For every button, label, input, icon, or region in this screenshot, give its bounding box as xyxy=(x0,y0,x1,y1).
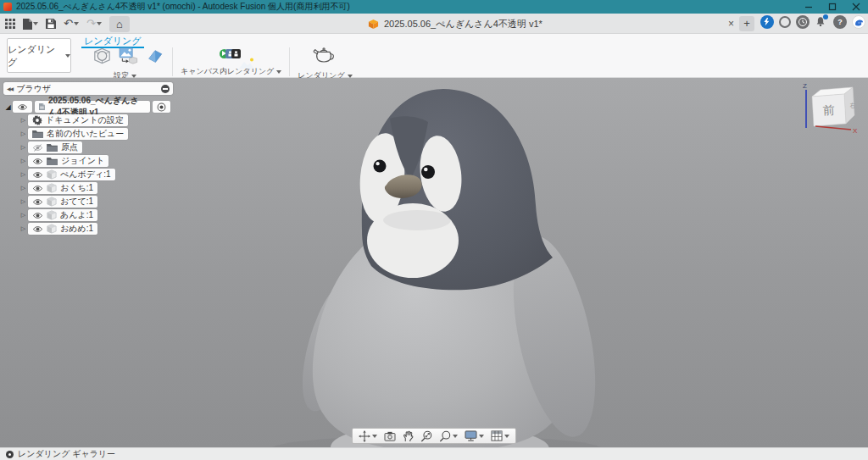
zoom-tool[interactable] xyxy=(420,430,432,442)
tree-row[interactable]: ▷ おてて:1 xyxy=(19,195,173,208)
tree-row[interactable]: ▷ 原点 xyxy=(19,141,173,154)
job-status-button[interactable] xyxy=(796,15,810,29)
tree-row[interactable]: ▷ あんよ:1 xyxy=(19,208,173,222)
grid-icon xyxy=(5,19,15,29)
question-icon: ? xyxy=(837,18,843,26)
minimize-icon xyxy=(804,3,813,11)
tree-row[interactable]: ▷ ドキュメントの設定 xyxy=(19,114,173,127)
tree-item-body[interactable]: おくち:1 xyxy=(28,182,97,194)
rendering-gallery-icon xyxy=(6,451,14,458)
browser-title: ブラウザ xyxy=(16,83,51,95)
eye-off-icon xyxy=(32,144,43,152)
tree-item-document-settings[interactable]: ドキュメントの設定 xyxy=(28,114,128,126)
save-button[interactable] xyxy=(46,19,56,29)
decal-button[interactable] xyxy=(119,47,140,69)
undo-icon: ↶ xyxy=(64,18,73,30)
look-at-tool[interactable] xyxy=(384,431,396,441)
tree-row[interactable]: ▷ ジョイント xyxy=(19,154,173,168)
expand-caret-icon[interactable]: ▷ xyxy=(19,171,28,178)
assistant-button[interactable] xyxy=(760,15,774,29)
render-button[interactable] xyxy=(313,47,337,69)
tree-item-label: ドキュメントの設定 xyxy=(46,114,124,126)
3d-viewport[interactable]: Z 前 右 X ◀◀ ブラウザ ◢ xyxy=(0,78,868,447)
rendering-gallery-label[interactable]: レンダリング ギャラリー xyxy=(18,448,115,460)
display-settings-tool[interactable] xyxy=(465,430,484,441)
gear-icon xyxy=(32,115,42,125)
new-tab-button[interactable]: + xyxy=(739,16,754,31)
tree-item-body[interactable]: おてて:1 xyxy=(28,196,97,208)
fusion-app-icon xyxy=(3,3,12,11)
collapse-panel-icon[interactable]: ◀◀ xyxy=(7,86,13,91)
tree-row[interactable]: ▷ ぺんボディ:1 xyxy=(19,168,173,181)
expand-caret-icon[interactable]: ▷ xyxy=(19,158,28,164)
status-bar: レンダリング ギャラリー xyxy=(0,447,868,460)
viewcube-right-label: 右 xyxy=(850,101,855,109)
undo-button[interactable]: ↶ xyxy=(64,18,79,30)
user-avatar[interactable] xyxy=(852,15,865,29)
zoom-icon xyxy=(420,430,432,442)
tree-item-body[interactable]: あんよ:1 xyxy=(28,209,97,221)
notification-badge xyxy=(823,14,828,19)
dropdown-caret xyxy=(348,75,353,78)
tree-row[interactable]: ▷ おめめ:1 xyxy=(19,222,173,236)
expand-caret-icon[interactable]: ▷ xyxy=(19,117,28,124)
visibility-toggle[interactable] xyxy=(13,101,32,113)
folder-icon xyxy=(32,130,43,138)
eye-icon xyxy=(32,225,43,233)
help-button[interactable]: ? xyxy=(833,15,847,29)
tree-row-root[interactable]: ◢ 2025.05.06_ぺんぎんさん4不透明 v1 xyxy=(3,100,173,114)
body-cube-icon xyxy=(47,197,57,207)
tree-item-body[interactable]: ぺんボディ:1 xyxy=(28,169,115,180)
tree-row[interactable]: ▷ おくち:1 xyxy=(19,181,173,195)
ribbon-tabstrip: レンダリング xyxy=(81,35,144,47)
file-menu-button[interactable] xyxy=(23,19,38,30)
expand-caret-icon[interactable]: ▷ xyxy=(19,212,28,219)
home-view-button[interactable]: ⌂ xyxy=(109,16,130,32)
document-tab-close-button[interactable]: × xyxy=(725,18,737,30)
expand-caret-icon[interactable]: ◢ xyxy=(3,103,13,111)
root-document-item[interactable]: 2025.05.06_ぺんぎんさん4不透明 v1 xyxy=(35,101,150,113)
maximize-button[interactable] xyxy=(821,0,844,14)
orbit-tool[interactable] xyxy=(359,430,377,442)
zoom-window-tool[interactable] xyxy=(439,430,458,442)
clock-icon xyxy=(798,18,807,26)
avatar-bird-icon xyxy=(854,17,865,28)
expand-caret-icon[interactable]: ▷ xyxy=(19,144,28,151)
tree-item-named-views[interactable]: 名前の付いたビュー xyxy=(28,128,128,140)
tree-row[interactable]: ▷ 名前の付いたビュー xyxy=(19,127,173,141)
navigation-toolbar xyxy=(352,428,516,444)
browser-header[interactable]: ◀◀ ブラウザ xyxy=(3,82,173,95)
pan-tool[interactable] xyxy=(403,430,414,442)
dropdown-caret xyxy=(372,435,377,438)
activate-component-radio[interactable] xyxy=(153,101,170,113)
document-tab-label: 2025.05.06_ぺんぎんさん4不透明 v1* xyxy=(384,18,542,30)
tree-item-joints[interactable]: ジョイント xyxy=(28,155,108,167)
document-tab[interactable]: 2025.05.06_ぺんぎんさん4不透明 v1* × xyxy=(368,14,737,34)
z-axis-label: Z xyxy=(803,82,807,90)
expand-caret-icon[interactable]: ▷ xyxy=(19,185,28,191)
tree-item-label: 名前の付いたビュー xyxy=(47,128,124,140)
close-button[interactable] xyxy=(844,0,868,14)
minimize-button[interactable] xyxy=(797,0,821,14)
redo-button[interactable]: ↷ xyxy=(86,18,102,30)
body-cube-icon xyxy=(47,169,57,180)
dropdown-caret xyxy=(74,22,79,25)
expand-caret-icon[interactable]: ▷ xyxy=(19,130,28,137)
body-cube-icon xyxy=(47,224,57,234)
workspace-selector[interactable]: レンダリング xyxy=(7,38,71,73)
browser-minimize-button[interactable] xyxy=(161,85,170,93)
group-incanvas-label-row[interactable]: キャンバス内レンダリング xyxy=(181,66,281,77)
expand-caret-icon[interactable]: ▷ xyxy=(19,198,28,205)
texture-map-button[interactable] xyxy=(146,47,164,69)
tree-item-body[interactable]: おめめ:1 xyxy=(28,223,97,235)
notifications-button[interactable] xyxy=(815,15,828,29)
view-cube[interactable]: Z 前 右 X xyxy=(803,82,858,135)
app-grid-button[interactable] xyxy=(5,19,15,29)
save-badge-icon xyxy=(231,49,241,58)
grid-settings-tool[interactable] xyxy=(491,430,509,441)
expand-caret-icon[interactable]: ▷ xyxy=(19,225,28,232)
texture-map-icon xyxy=(146,47,164,65)
scene-settings-button[interactable] xyxy=(92,46,113,69)
tree-item-origin[interactable]: 原点 xyxy=(28,141,82,153)
status-ring-button[interactable] xyxy=(779,16,791,28)
